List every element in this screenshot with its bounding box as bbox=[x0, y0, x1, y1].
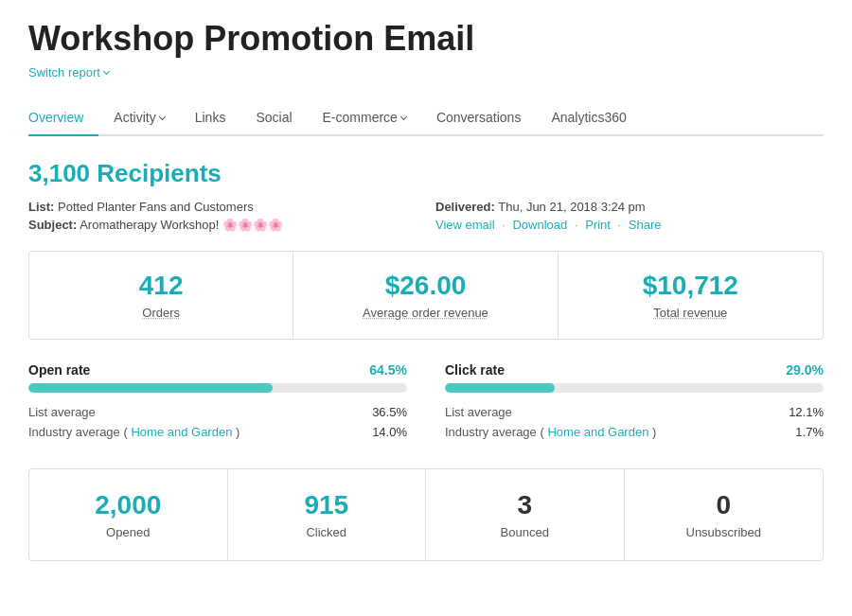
share-link[interactable]: Share bbox=[629, 218, 662, 232]
action-links: View email · Download · Print · Share bbox=[435, 218, 824, 232]
clicked-stat: 915 Clicked bbox=[228, 469, 427, 560]
recipients-heading: 3,100 Recipients bbox=[28, 159, 824, 188]
nav-item-overview[interactable]: Overview bbox=[28, 100, 98, 136]
open-list-average: List average 36.5% bbox=[28, 402, 407, 422]
bounced-stat: 3 Bounced bbox=[426, 469, 625, 560]
view-email-link[interactable]: View email bbox=[435, 218, 495, 232]
avg-order-revenue-stat: $26.00 Average order revenue bbox=[293, 252, 558, 339]
open-industry-average: Industry average ( Home and Garden ) 14.… bbox=[28, 422, 407, 442]
open-rate-bar-bg bbox=[28, 383, 407, 393]
click-rate-block: Click rate 29.0% List average 12.1% Indu… bbox=[445, 362, 824, 442]
switch-report-button[interactable]: Switch report bbox=[28, 65, 109, 79]
nav-item-activity[interactable]: Activity bbox=[98, 100, 179, 136]
open-industry-link[interactable]: Home and Garden bbox=[131, 425, 232, 439]
nav-item-social[interactable]: Social bbox=[240, 100, 307, 136]
nav-item-analytics360[interactable]: Analytics360 bbox=[536, 100, 641, 136]
print-link[interactable]: Print bbox=[585, 218, 611, 232]
nav-item-conversations[interactable]: Conversations bbox=[421, 100, 537, 136]
open-rate-bar-fill bbox=[28, 383, 273, 393]
rates-section: Open rate 64.5% List average 36.5% Indus… bbox=[28, 362, 824, 442]
bottom-stats: 2,000 Opened 915 Clicked 3 Bounced 0 Uns… bbox=[28, 468, 824, 561]
recipients-section: 3,100 Recipients List: Potted Planter Fa… bbox=[28, 159, 824, 232]
nav-item-ecommerce[interactable]: E-commerce bbox=[308, 100, 421, 136]
chevron-down-icon bbox=[159, 113, 166, 119]
main-nav: Overview Activity Links Social E-commerc… bbox=[28, 98, 824, 136]
total-revenue-stat: $10,712 Total revenue bbox=[559, 252, 823, 339]
unsubscribed-stat: 0 Unsubscribed bbox=[625, 469, 824, 560]
stats-boxes: 412 Orders $26.00 Average order revenue … bbox=[28, 251, 824, 340]
page-title: Workshop Promotion Email bbox=[28, 19, 824, 59]
download-link[interactable]: Download bbox=[512, 218, 567, 232]
chevron-down-icon bbox=[400, 113, 407, 119]
click-industry-link[interactable]: Home and Garden bbox=[547, 425, 648, 439]
click-rate-bar-bg bbox=[445, 383, 824, 393]
click-industry-average: Industry average ( Home and Garden ) 1.7… bbox=[445, 422, 824, 442]
list-meta: List: Potted Planter Fans and Customers bbox=[28, 200, 417, 214]
nav-item-links[interactable]: Links bbox=[180, 100, 241, 136]
open-rate-block: Open rate 64.5% List average 36.5% Indus… bbox=[28, 362, 407, 442]
chevron-down-icon bbox=[103, 68, 110, 75]
subject-meta: Subject: Aromatherapy Workshop! 🌸🌸🌸🌸 bbox=[28, 218, 417, 232]
click-list-average: List average 12.1% bbox=[445, 402, 824, 422]
meta-grid: List: Potted Planter Fans and Customers … bbox=[28, 200, 824, 232]
orders-stat: 412 Orders bbox=[29, 252, 293, 339]
opened-stat: 2,000 Opened bbox=[29, 469, 228, 560]
click-rate-bar-fill bbox=[445, 383, 555, 393]
delivered-meta: Delivered: Thu, Jun 21, 2018 3:24 pm bbox=[435, 200, 824, 214]
